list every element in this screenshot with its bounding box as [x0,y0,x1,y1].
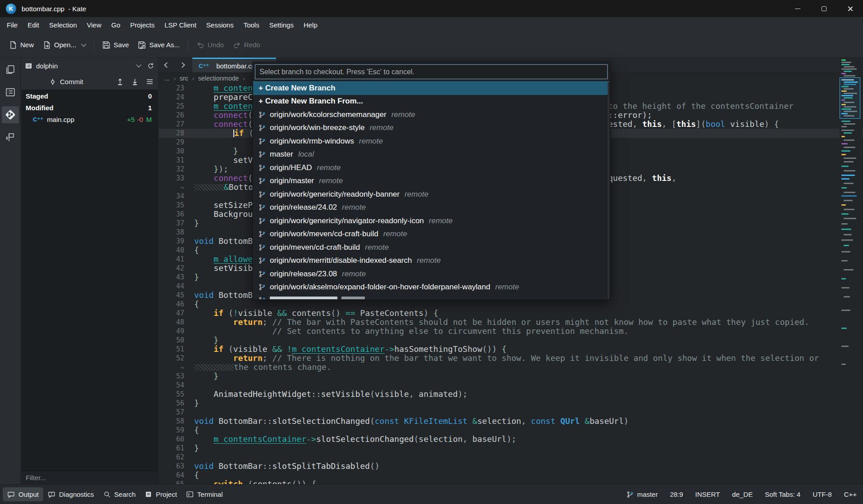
menu-help[interactable]: Help [299,19,322,31]
branch-status[interactable]: master [627,490,658,498]
branch-item[interactable]: origin/work/merritt/disable-indexed-sear… [253,254,609,268]
menu-view[interactable]: View [82,19,106,31]
external-tools-toolview-button[interactable] [2,129,19,146]
code-wrap-row[interactable]: ↪the contents change. [159,363,863,372]
code-line[interactable]: 61} [159,444,863,453]
dictionary-locale[interactable]: de_DE [732,490,753,498]
menu-lsp-client[interactable]: LSP Client [159,19,201,31]
save-as-icon [138,41,146,49]
save-as-button[interactable]: Save As... [133,38,184,52]
branch-item[interactable]: origin/work/meven/cd-craft-buildremote [253,228,609,241]
code-line[interactable]: 64{ [159,471,863,480]
branch-item[interactable]: origin/work/win-breeze-styleremote [253,122,609,135]
menu-tools[interactable]: Tools [239,19,264,31]
git-modified-row[interactable]: Modified 1 [21,102,158,113]
input-mode[interactable]: INSERT [695,490,720,498]
git-menu-icon[interactable] [146,78,154,86]
tab-width[interactable]: Soft Tabs: 4 [765,490,800,498]
git-filter-input[interactable]: Filter... [21,471,158,484]
menu-file[interactable]: File [2,19,23,31]
menu-selection[interactable]: Selection [44,19,82,31]
new-button[interactable]: New [5,38,38,52]
code-line[interactable]: 54 [159,381,863,390]
terminal-view-button[interactable]: Terminal [182,487,227,501]
menu-sessions[interactable]: Sessions [201,19,239,31]
project-view-button[interactable]: Project [140,487,182,501]
breadcrumb-item[interactable]: ... [164,75,170,82]
code-line[interactable]: 51 if (visible && !m_contentsContainer->… [159,345,863,354]
code-line[interactable]: 52 return; // There is nothing on the ba… [159,354,863,363]
branch-item[interactable]: origin/work/rmb-windowsremote [253,135,609,148]
project-dropdown-icon[interactable] [136,62,141,67]
code-line[interactable]: 60 m_contentsContainer->slotSelectionCha… [159,435,863,444]
menu-edit[interactable]: Edit [23,19,44,31]
breadcrumb-item[interactable]: src [180,75,188,82]
cursor-position[interactable]: 28:9 [670,490,683,498]
branch-item[interactable]: origin/release/24.02remote [253,201,609,215]
branch-item[interactable]: origin/work/akselmo/expand-folder-on-hov… [253,281,609,294]
popup-scrollbar[interactable] [608,82,609,299]
menu-projects[interactable]: Projects [125,19,159,31]
encoding[interactable]: UTF-8 [813,490,832,498]
redo-button[interactable]: Redo [228,38,265,52]
code-text: } [191,444,863,453]
git-file-row[interactable]: C⁺⁺ main.cpp +5-0M [21,113,158,125]
diagnostics-view-button[interactable]: Diagnostics [43,487,99,501]
code-line[interactable]: 58void BottomBar::slotSelectionChanged(c… [159,417,863,426]
code-line[interactable]: 49 // Set contents to anything else to c… [159,327,863,336]
branch-item[interactable]: + Create New Branch [253,81,609,95]
history-forward-button[interactable] [174,58,190,72]
menu-settings[interactable]: Settings [264,19,299,31]
code-line[interactable]: 65 switch (contents()) { [159,480,863,484]
terminal-icon [186,490,194,498]
commit-button[interactable]: Commit [49,78,109,86]
code-line[interactable]: 62 [159,453,863,462]
search-view-button[interactable]: Search [99,487,141,501]
branch-search-input[interactable]: Select branch to checkout. Press 'Esc' t… [255,64,608,79]
syntax-language[interactable]: C++ [844,490,857,498]
close-button[interactable] [837,0,863,17]
branch-item[interactable]: origin/work/genericity/readonly-bannerre… [253,188,609,201]
history-back-button[interactable] [159,58,174,72]
open-button[interactable]: Open... [38,38,90,52]
code-line[interactable]: 57 [159,408,863,417]
pull-icon[interactable] [131,78,139,86]
code-line[interactable]: 46{ [159,300,863,309]
code-line[interactable]: 56} [159,399,863,408]
open-dropdown-icon[interactable] [82,41,86,46]
documents-toolview-button[interactable] [2,61,19,78]
push-icon[interactable] [116,78,124,86]
code-line[interactable]: 48 return; // The bar with PasteContents… [159,318,863,327]
projects-toolview-button[interactable] [2,84,19,101]
maximize-button[interactable] [811,0,837,17]
output-view-button[interactable]: Output [3,487,43,501]
breadcrumb-item[interactable]: selectionmode [198,75,239,82]
menu-go[interactable]: Go [106,19,125,31]
branch-item[interactable]: + Create New Branch From... [253,95,609,108]
branch-item[interactable]: origin/HEADremote [253,161,609,175]
code-line[interactable]: 59{ [159,426,863,435]
code-line[interactable]: 53 } [159,372,863,381]
branch-item[interactable]: origin/work/genericity/navigator-readonl… [253,214,609,228]
refresh-icon[interactable] [147,62,154,70]
minimap-viewport[interactable] [840,77,860,119]
code-line[interactable]: 63void BottomBar::slotSplitTabDisabled() [159,462,863,471]
git-toolview-button[interactable] [2,106,19,123]
branch-item[interactable]: origin/release/23.08remote [253,267,609,281]
branch-item[interactable]: masterlocal [253,148,609,162]
undo-button[interactable]: Undo [192,38,228,52]
code-line[interactable]: 50 } [159,336,863,345]
git-staged-row[interactable]: Staged 0 [21,90,158,102]
line-number: 37 [159,219,191,228]
branch-item[interactable] [253,294,609,299]
branch-item[interactable]: origin/masterremote [253,175,609,188]
minimap-scrollbar[interactable] [840,58,862,484]
git-project-selector[interactable]: dolphin [21,58,158,74]
minimize-button[interactable] [785,0,811,17]
code-line[interactable]: 47 if (!visible && contents() == PasteCo… [159,309,863,318]
minimap-mark [841,178,849,180]
code-line[interactable]: 55 AnimatedHeightWidget::setVisible(visi… [159,390,863,399]
save-button[interactable]: Save [98,38,133,52]
branch-item[interactable]: origin/work/kcolorschememanagerremote [253,108,609,122]
branch-item[interactable]: origin/meven/cd-craft-buildremote [253,241,609,254]
